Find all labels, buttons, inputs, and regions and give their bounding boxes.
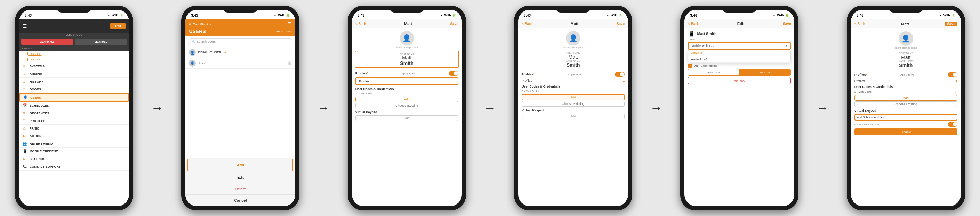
delete-action-item[interactable]: Delete bbox=[185, 183, 295, 195]
apply-toggle-3[interactable] bbox=[449, 71, 458, 76]
menu-icon[interactable]: ☰ bbox=[288, 22, 292, 27]
phone-6: 3:46 ▲WiFi🔋 < Back Matt Save 👤 Tap to ch… bbox=[847, 6, 965, 210]
job-status-label: JOBS STATUS bbox=[21, 34, 127, 36]
arrow-1: → bbox=[151, 101, 164, 115]
avatar-6[interactable]: 👤 bbox=[899, 31, 913, 46]
first-name-label-6: FIRST NAME bbox=[856, 52, 956, 55]
disarm-button[interactable]: DISARMED bbox=[75, 39, 127, 45]
type-dropdown[interactable]: Mobile Wallet ◡ ▾ Active: 3 Available: 4… bbox=[688, 42, 791, 50]
profiles-input-box-3[interactable]: Profiles bbox=[355, 77, 458, 85]
geofences-icon: ⊚ bbox=[22, 111, 27, 115]
sidebar-item-arming[interactable]: ◎ ARMING bbox=[19, 70, 129, 78]
add-card-row: Add Card bbox=[19, 51, 129, 57]
active-button[interactable]: ACTIVE bbox=[739, 69, 791, 76]
status-icons-1: ▲ WiFi 🔋 bbox=[107, 14, 124, 17]
profiles-row-4: Profiles* Apply to All bbox=[522, 71, 625, 78]
popup-item-active[interactable]: Active: 3 bbox=[688, 50, 791, 56]
back-button-3[interactable]: < Back bbox=[355, 22, 366, 26]
apply-to-all-4: Apply to All bbox=[568, 73, 582, 76]
save-button-4[interactable]: Save bbox=[617, 22, 625, 26]
edit-action-item[interactable]: Edit bbox=[185, 172, 295, 183]
profiles-row-label-4: Profiles* bbox=[522, 73, 535, 76]
arrow-2: → bbox=[318, 101, 330, 115]
back-button-5[interactable]: < Back bbox=[688, 22, 698, 26]
apply-toggle-4[interactable] bbox=[615, 72, 625, 77]
save-button-5[interactable]: Save bbox=[783, 22, 791, 26]
sidebar-item-support[interactable]: 📞 CONTACT SUPPORT bbox=[19, 163, 129, 170]
sidebar-item-schedules[interactable]: 📅 SCHEDULES bbox=[19, 102, 129, 109]
sidebar-item-profiles[interactable]: ⊟ PROFILES bbox=[19, 117, 129, 125]
dropdown-caret-icon: ▾ bbox=[786, 44, 788, 47]
alarm-all-button[interactable]: ALARM ALL bbox=[21, 39, 73, 45]
save-button-6[interactable]: Save bbox=[945, 22, 957, 26]
tap-hint-4: Tap to change photo bbox=[562, 46, 584, 49]
sidebar-item-refer[interactable]: 👥 REFER FRIEND bbox=[19, 140, 129, 148]
cred-label-3: 3 - Matt Smith bbox=[355, 92, 458, 95]
first-name-label-3: FIRST NAME bbox=[358, 52, 456, 55]
back-button-4[interactable]: < Back bbox=[522, 22, 533, 26]
choose-existing-button-3[interactable]: Choose Existing bbox=[355, 103, 458, 108]
notch-1 bbox=[57, 6, 91, 13]
settings-icon: ⚙ bbox=[22, 157, 27, 161]
inactive-active-toggle: INACTIVE ACTIVE bbox=[688, 69, 791, 76]
sidebar-item-mobile[interactable]: 📱 MOBILE CREDENTI... bbox=[19, 148, 129, 155]
notch-5 bbox=[722, 6, 757, 13]
vk-title-4: Virtual Keypad bbox=[522, 107, 625, 113]
apply-toggle-6[interactable] bbox=[948, 72, 958, 77]
default-user-row[interactable]: 👤 DEFAULT USER ⊟ bbox=[185, 47, 295, 58]
choose-existing-button-4[interactable]: Choose Existing bbox=[522, 101, 625, 107]
sidebar-item-panic[interactable]: ⚠ PANIC bbox=[19, 125, 129, 132]
avatar-4[interactable]: 👤 bbox=[566, 31, 581, 46]
profiles-row-label-6: Profiles* bbox=[854, 73, 867, 76]
back-button-6[interactable]: < Back bbox=[854, 22, 865, 26]
user-codes-title-3: User Codes & Credentials bbox=[355, 86, 458, 91]
last-name-6: Smith bbox=[856, 63, 956, 68]
save-button-3[interactable]: Save bbox=[450, 22, 458, 26]
phone-5: 3:46 ▲WiFi🔋 < Back Edit Save 📱 Matt Smit… bbox=[680, 6, 799, 210]
hamburger-icon-1[interactable]: ☰ bbox=[22, 23, 27, 29]
first-name-6: Matt bbox=[856, 55, 956, 60]
justin-user-row[interactable]: 👤 Justin 🗑 bbox=[185, 58, 295, 69]
sidebar-item-geofences[interactable]: ⊚ GEOFENCES bbox=[19, 109, 129, 117]
add-cred-button-4[interactable]: Add bbox=[522, 94, 625, 100]
add-code-button[interactable]: Add Code bbox=[27, 58, 43, 61]
time-4: 3:43 bbox=[524, 14, 531, 17]
sidebar-item-systems[interactable]: ⊞ SYSTEMS bbox=[19, 63, 129, 70]
vk-add-button-3[interactable]: Add bbox=[355, 115, 458, 121]
search-bar[interactable]: 🔍 Search Users bbox=[188, 38, 293, 45]
store-name: Taco Shack bbox=[193, 22, 208, 26]
users-icon: 👤 bbox=[23, 96, 28, 99]
add-action-item[interactable]: Add bbox=[188, 159, 293, 171]
sidebar-item-users[interactable]: 👤 USERS bbox=[19, 93, 129, 102]
email-input-6[interactable]: matt@thisexample.com bbox=[854, 114, 958, 120]
dropdown-box[interactable]: Mobile Wallet ◡ ▾ bbox=[688, 42, 791, 50]
edit-nav-3: < Back Matt Save bbox=[352, 19, 462, 28]
popup-item-available[interactable]: Available: 47 bbox=[688, 56, 791, 63]
cancel-action-item[interactable]: Cancel bbox=[185, 195, 295, 206]
refer-icon: 👥 bbox=[22, 142, 27, 145]
panic-icon: ⚠ bbox=[22, 126, 27, 130]
choose-existing-button-6[interactable]: Choose Existing bbox=[854, 101, 958, 107]
inactive-button[interactable]: INACTIVE bbox=[688, 69, 739, 76]
sidebar-item-doors[interactable]: ⊡ DOORS bbox=[19, 85, 129, 93]
profiles-value-row-6: Profiles 1 bbox=[854, 78, 958, 84]
sidebar-item-history[interactable]: ⊙ HISTORY bbox=[19, 78, 129, 85]
screen-2: 3:43 ▲WiFi🔋 ✏ Taco Shack ▾ ☰ USERS Show … bbox=[185, 10, 295, 206]
profiles-count-6: 1 bbox=[956, 79, 958, 83]
sidebar-item-settings[interactable]: ⚙ SETTINGS bbox=[19, 155, 129, 163]
add-cred-button-3[interactable]: Add bbox=[355, 96, 458, 102]
delete-icon[interactable]: 🗑 bbox=[288, 61, 292, 66]
avatar-3[interactable]: 👤 bbox=[399, 31, 414, 46]
remove-button[interactable]: Remove bbox=[688, 77, 791, 84]
show-codes-link[interactable]: Show Codes bbox=[276, 30, 292, 33]
vk-add-button-4[interactable]: Add bbox=[522, 114, 625, 119]
time-3: 3:43 bbox=[358, 14, 364, 17]
add-cred-button-6[interactable]: Add bbox=[854, 95, 958, 101]
mobile-only-toggle-6[interactable] bbox=[948, 122, 958, 127]
add-card-button[interactable]: Add Card bbox=[27, 52, 42, 55]
dmp-logo: DYD bbox=[110, 23, 126, 29]
users-title: USERS bbox=[189, 28, 205, 34]
sidebar-item-actions[interactable]: ▶ ACTIONS bbox=[19, 132, 129, 140]
disable-button-6[interactable]: Disable bbox=[854, 128, 958, 136]
use-checkbox[interactable]: ✓ bbox=[688, 63, 692, 68]
